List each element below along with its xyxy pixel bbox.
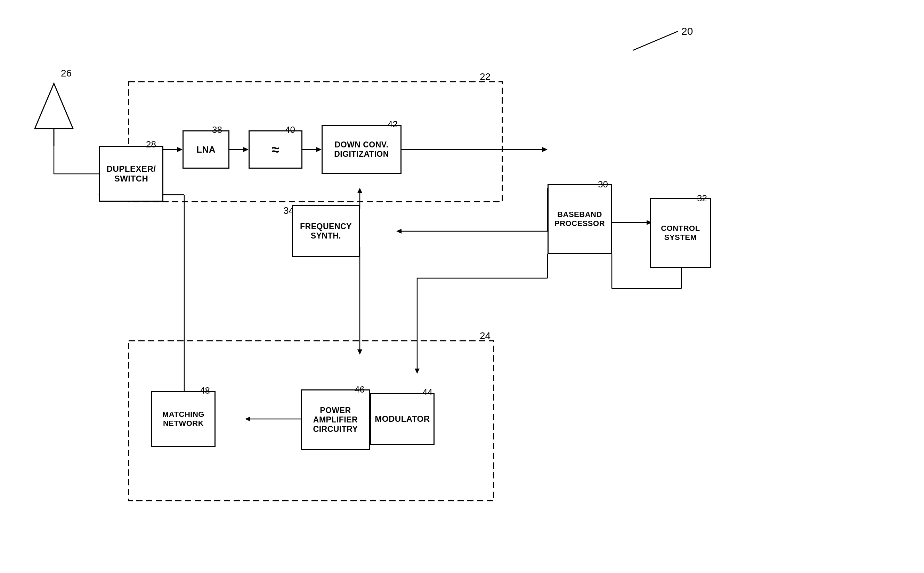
pa-block: POWERAMPLIFIERCIRCUITRY — [301, 390, 370, 450]
baseband-block: BASEBANDPROCESSOR — [547, 184, 612, 254]
lna-block: LNA — [183, 130, 230, 169]
ref-26: 26 — [61, 68, 72, 78]
diagram-svg: 20 26 22 24 34 — [0, 0, 924, 573]
ref-24: 24 — [480, 330, 491, 341]
modulator-block: MODULATOR — [370, 393, 435, 445]
ref-44: 44 — [422, 387, 433, 398]
duplexer-switch-block: DUPLEXER/SWITCH — [99, 146, 163, 202]
matching-network-block: MATCHINGNETWORK — [151, 391, 216, 447]
ref-48: 48 — [200, 385, 210, 396]
svg-marker-15 — [542, 147, 547, 152]
svg-marker-9 — [177, 147, 183, 152]
diagram-container: 20 26 22 24 34 — [0, 0, 924, 573]
ref-28: 28 — [146, 139, 156, 150]
ref-32: 32 — [697, 193, 707, 204]
svg-marker-36 — [245, 416, 250, 421]
ref-30: 30 — [598, 179, 608, 190]
ref-38: 38 — [212, 124, 222, 135]
control-system-block: CONTROLSYSTEM — [650, 198, 711, 268]
svg-marker-1 — [35, 83, 73, 128]
svg-line-0 — [633, 31, 678, 50]
svg-marker-13 — [316, 147, 322, 152]
svg-marker-22 — [396, 229, 402, 234]
ref-46: 46 — [355, 384, 365, 395]
ref-20: 20 — [682, 25, 693, 37]
filter-block: ≈ — [249, 130, 302, 169]
ref-42: 42 — [388, 119, 398, 130]
svg-marker-19 — [357, 349, 362, 355]
ref-22: 22 — [480, 71, 491, 82]
ref-40: 40 — [285, 124, 295, 135]
svg-marker-17 — [357, 188, 362, 193]
svg-marker-11 — [243, 147, 249, 152]
freq-synth-block: FREQUENCYSYNTH. — [292, 205, 360, 257]
svg-marker-26 — [415, 369, 420, 374]
downconv-block: DOWN CONV.DIGITIZATION — [322, 125, 402, 174]
